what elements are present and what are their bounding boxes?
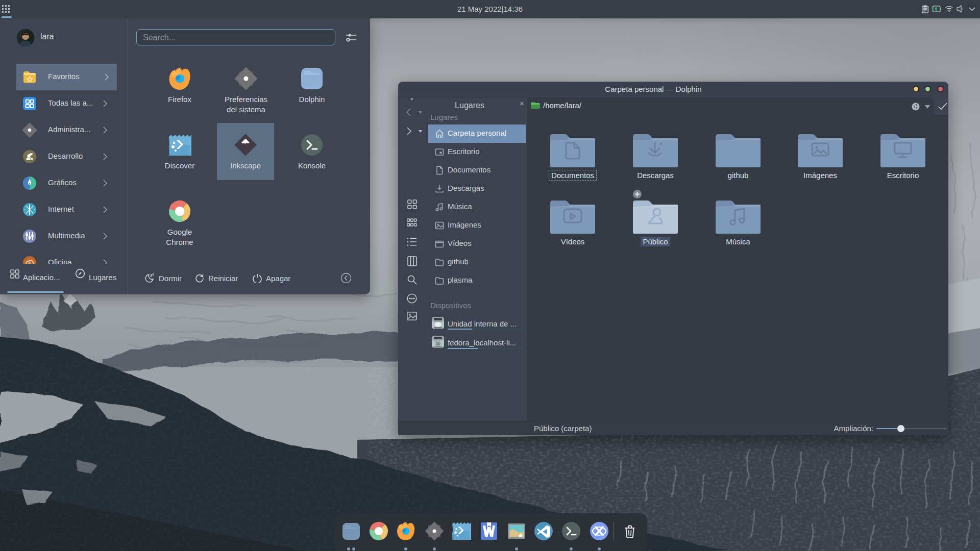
svg-text:⌘: ⌘ [436,341,440,346]
